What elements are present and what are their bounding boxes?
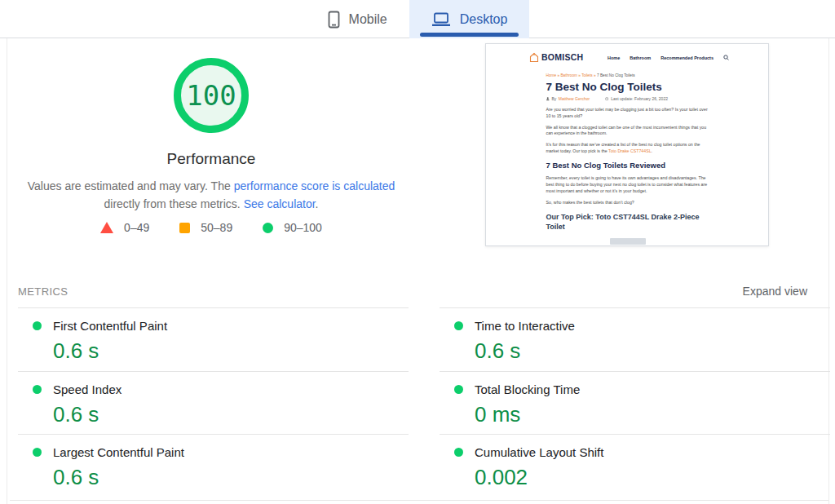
clock-icon — [605, 97, 609, 101]
page-screenshot-preview[interactable]: BOMISCH Home Bathroom Recommended Produc… — [485, 43, 769, 246]
legend-poor-label: 0–49 — [124, 221, 149, 234]
legend-item-poor: 0–49 — [100, 221, 149, 234]
metric-label-row: Total Blocking Time — [454, 382, 830, 396]
metric-label: First Contentful Paint — [53, 319, 167, 333]
preview-nav-bathroom: Bathroom — [630, 55, 651, 60]
score-calc-link[interactable]: performance score is calculated — [234, 179, 395, 192]
article-title: 7 Best No Clog Toilets — [546, 81, 710, 94]
metric-cumulative-layout-shift: Cumulative Layout Shift 0.002 — [440, 434, 830, 497]
pass-dot-icon — [33, 448, 42, 457]
breadcrumb-current: 7 Best No Clog Toilets — [597, 73, 635, 77]
article-paragraph-4: Remember, every toilet is going to have … — [546, 175, 710, 194]
breadcrumb: Home » Bathroom » Toilets » 7 Best No Cl… — [546, 73, 710, 77]
pagespeed-report: Mobile Desktop 100 Performance Values ar… — [0, 0, 835, 504]
performance-score: 100 — [186, 79, 236, 112]
article-paragraph-3-tail: . — [652, 148, 652, 153]
laptop-icon — [431, 11, 451, 28]
byline-prefix: By — [552, 97, 557, 102]
score-legend: 0–49 50–89 90–100 — [7, 221, 416, 234]
byline-updated-group: Last update: February 26, 2022 — [605, 97, 668, 102]
disclaimer-text-after: . — [316, 197, 319, 210]
pass-dot-icon — [454, 448, 463, 457]
article-paragraph-1: Are you worried that your toilet may be … — [546, 106, 710, 119]
search-icon — [723, 55, 729, 60]
metric-label-row: First Contentful Paint — [33, 319, 409, 333]
metric-label: Time to Interactive — [475, 319, 575, 333]
preview-page: BOMISCH Home Bathroom Recommended Produc… — [486, 44, 769, 246]
metric-label: Total Blocking Time — [475, 382, 580, 396]
metric-value: 0.6 s — [475, 338, 830, 364]
metric-label-row: Time to Interactive — [454, 319, 830, 333]
metric-first-contentful-paint: First Contentful Paint 0.6 s — [18, 307, 409, 371]
legend-item-good: 90–100 — [263, 221, 322, 234]
metric-label: Largest Contentful Paint — [53, 445, 184, 459]
byline-author: Matthew Gerchor — [559, 97, 590, 102]
poor-range-marker-icon — [100, 222, 113, 233]
metric-value: 0 ms — [475, 402, 830, 427]
metric-label-row: Cumulative Layout Shift — [454, 445, 830, 459]
metric-label-row: Largest Contentful Paint — [33, 445, 409, 459]
preview-site-header: BOMISCH Home Bathroom Recommended Produc… — [486, 44, 769, 63]
metrics-section-title: METRICS — [18, 285, 68, 298]
author-icon — [546, 97, 550, 101]
metrics-header: METRICS Expand view — [18, 285, 807, 298]
legend-average-label: 50–89 — [201, 221, 232, 234]
category-title: Performance — [7, 150, 416, 168]
device-tabbar: Mobile Desktop — [0, 0, 835, 38]
site-logo: BOMISCH — [529, 52, 583, 63]
preview-site-nav: Home Bathroom Recommended Products — [607, 55, 729, 60]
pass-dot-icon — [454, 385, 463, 394]
metrics-grid: First Contentful Paint 0.6 s Time to Int… — [18, 307, 830, 497]
tab-desktop-label: Desktop — [460, 12, 508, 27]
pass-dot-icon — [454, 321, 463, 330]
legend-good-label: 90–100 — [284, 221, 322, 234]
bottom-divider — [10, 500, 828, 501]
see-calculator-link[interactable]: See calculator — [244, 197, 316, 210]
article-image-placeholder — [610, 238, 646, 245]
metric-time-to-interactive: Time to Interactive 0.6 s — [440, 307, 830, 371]
disclaimer-text-middle: directly from these metrics. — [104, 197, 244, 210]
article-top-pick-heading: Our Top Pick: Toto CST744SL Drake 2-Piec… — [546, 212, 710, 232]
phone-icon — [328, 11, 340, 29]
average-range-marker-icon — [179, 223, 190, 233]
byline-updated: Last update: February 26, 2022 — [611, 97, 668, 102]
house-icon — [529, 52, 539, 63]
score-gauge-wrap: 100 Performance — [7, 58, 416, 168]
active-tab-underline — [420, 33, 519, 37]
article-subheading: 7 Best No Clog Toilets Reviewed — [546, 161, 710, 170]
pass-dot-icon — [33, 321, 42, 330]
good-range-marker-icon — [263, 223, 273, 233]
byline-author-group: By Matthew Gerchor — [546, 97, 590, 102]
metric-value: 0.6 s — [53, 338, 409, 364]
performance-score-gauge[interactable]: 100 — [174, 58, 249, 133]
metric-value: 0.002 — [475, 465, 830, 490]
breadcrumb-links: Home » Bathroom » Toilets » — [546, 73, 597, 77]
preview-nav-recommended: Recommended Products — [660, 55, 714, 60]
preview-nav-home: Home — [607, 55, 620, 60]
metric-label-row: Speed Index — [33, 382, 409, 396]
score-disclaimer: Values are estimated and may vary. The p… — [26, 177, 396, 214]
toto-drake-link: Toto Drake CST744SL — [608, 148, 652, 153]
metric-label: Speed Index — [53, 382, 121, 396]
tab-mobile[interactable]: Mobile — [306, 0, 409, 38]
article-paragraph-2: We all know that a clogged toilet can be… — [546, 124, 710, 137]
disclaimer-text: Values are estimated and may vary. The — [28, 179, 234, 192]
metric-speed-index: Speed Index 0.6 s — [18, 371, 409, 435]
tab-desktop[interactable]: Desktop — [409, 0, 530, 38]
metric-largest-contentful-paint: Largest Contentful Paint 0.6 s — [18, 434, 409, 497]
article-paragraph-5: So, who makes the best toilets that don’… — [546, 199, 710, 206]
legend-item-average: 50–89 — [179, 221, 232, 234]
metric-value: 0.6 s — [53, 465, 409, 490]
pass-dot-icon — [33, 385, 42, 394]
article-paragraph-3: It’s for this reason that we’ve created … — [546, 142, 710, 155]
article-byline: By Matthew Gerchor Last update: February… — [546, 97, 710, 102]
preview-article: Home » Bathroom » Toilets » 7 Best No Cl… — [546, 73, 710, 245]
metric-total-blocking-time: Total Blocking Time 0 ms — [440, 371, 830, 435]
tab-mobile-label: Mobile — [349, 12, 387, 27]
metric-label: Cumulative Layout Shift — [475, 445, 603, 459]
expand-view-button[interactable]: Expand view — [743, 285, 807, 298]
site-logo-text: BOMISCH — [541, 53, 583, 63]
metric-value: 0.6 s — [53, 402, 409, 427]
